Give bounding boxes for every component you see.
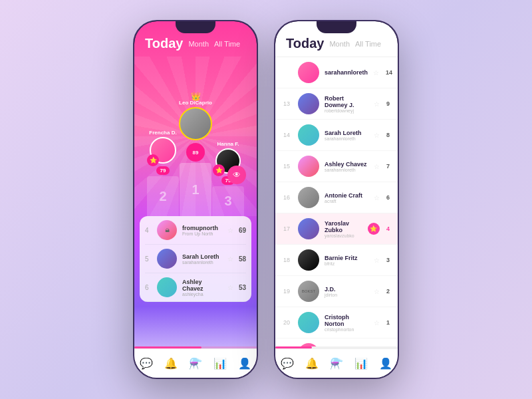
nav-user-icon-r[interactable]: 👤	[379, 357, 392, 370]
user-info: sarahannloreth	[325, 69, 368, 76]
nav-flask-icon[interactable]: ⚗️	[189, 357, 202, 370]
user-info: J.D. jdirton	[325, 286, 368, 297]
nav-bell-icon-r[interactable]: 🔔	[305, 357, 319, 370]
list-item: 19 BOKST J.D. jdirton ☆ 2	[275, 276, 398, 307]
avatar	[298, 249, 319, 271]
bottom-nav-right: 💬 🔔 ⚗️ 📊 👤	[275, 348, 398, 378]
avatar: 🏔	[157, 220, 177, 240]
user-name: Barnie Fritz	[325, 255, 368, 261]
score: 14	[386, 69, 392, 76]
notch-left	[176, 21, 215, 33]
avatar: BOKST	[298, 281, 319, 302]
list-item-highlighted: 17 Yaroslav Zubko yaroslavzubko ⭐ 4	[275, 213, 398, 245]
bottom-nav-left: 💬 🔔 ⚗️ 📊 👤	[134, 348, 257, 378]
list-item: 16 Antonie Craft acraft ☆ 6	[275, 182, 398, 213]
first-avatar	[179, 107, 212, 140]
left-tab-month[interactable]: Month	[188, 40, 209, 48]
left-title: Today	[145, 36, 183, 51]
pillar-first: 1	[180, 163, 211, 216]
user-name: Antonie Craft	[325, 192, 368, 199]
rank: 17	[283, 225, 293, 232]
user-handle: From Up North	[182, 231, 222, 236]
list-item: 13 Robert Downey J. robertdowneyj ☆ 9	[275, 88, 398, 120]
rank: 6	[145, 284, 152, 291]
score: 2	[386, 288, 390, 295]
user-handle: sarahannloreth	[325, 136, 368, 141]
list-item: 4 🏔 fromupnorth From Up North ☆ 69	[145, 216, 246, 245]
avatar	[157, 249, 177, 269]
score: 53	[239, 284, 246, 291]
star-icon: ☆	[373, 69, 379, 76]
list-item: 18 Barnie Fritz bfritz ☆ 3	[275, 245, 398, 276]
nav-user-icon[interactable]: 👤	[238, 357, 251, 370]
podium-area: Frencha D. ⭐ 79 2 👑 Leo DiCaprio	[134, 57, 257, 216]
podium-figures: Frencha D. ⭐ 79 2 👑 Leo DiCaprio	[134, 100, 257, 216]
user-info: Robert Downey J. robertdowneyj	[325, 95, 368, 113]
rank: 19	[283, 288, 293, 295]
rank: 18	[283, 257, 293, 263]
nav-chart-icon-r[interactable]: 📊	[354, 357, 368, 370]
user-info: Cristoph Norton cristophnorton	[325, 314, 368, 332]
star-icon: ☆	[227, 284, 233, 291]
list-item: 20 Cristoph Norton cristophnorton ☆ 1	[275, 307, 398, 338]
nav-chart-icon[interactable]: 📊	[213, 357, 227, 370]
star-icon: ☆	[227, 227, 233, 234]
user-handle: sarahannloreth	[325, 168, 368, 172]
list-item: 6 Ashley Chavez ashleycha ☆ 53	[145, 273, 246, 302]
user-info: Yaroslav Zubko yaroslavzubko	[325, 220, 362, 238]
right-tab-alltime[interactable]: All Time	[355, 40, 381, 48]
right-tab-month[interactable]: Month	[329, 40, 350, 48]
star-icon-highlighted: ⭐	[368, 223, 380, 235]
user-name: sarahannloreth	[325, 69, 368, 76]
user-handle: robertdowneyj	[325, 108, 368, 113]
user-name: fromupnorth	[182, 225, 222, 231]
user-handle: cristophnorton	[325, 327, 368, 332]
right-phone: Today Month All Time sarahannloreth ☆ 14…	[274, 20, 399, 379]
user-name: Ashley Chavez	[182, 279, 222, 292]
user-info: fromupnorth From Up North	[182, 225, 222, 236]
user-info: Antonie Craft acraft	[325, 192, 368, 203]
star-icon: ☆	[374, 257, 380, 264]
user-name: Cristoph Norton	[325, 314, 368, 327]
figure-first: 👑 Leo DiCaprio 89 1	[179, 100, 212, 216]
list-item: 14 Sarah Loreth sarahannloreth ☆ 8	[275, 120, 398, 151]
user-handle: ashleycha	[182, 292, 222, 297]
score: 1	[386, 319, 390, 326]
first-score: 89	[186, 143, 205, 162]
avatar	[298, 62, 319, 83]
third-star: ⭐	[213, 164, 225, 176]
third-name: Hanna F.	[217, 141, 239, 147]
second-score: 79	[156, 166, 170, 175]
rank: 5	[145, 255, 152, 263]
user-handle: yaroslavzubko	[325, 233, 362, 238]
second-name: Frencha D.	[149, 130, 176, 136]
list-item: sarahannloreth ☆ 14	[275, 57, 398, 88]
user-info: Sarah Loreth sarahannloreth	[182, 253, 222, 265]
user-info: Barnie Fritz bfritz	[325, 255, 368, 266]
user-handle: sarahannloreth	[182, 260, 222, 265]
avatar	[298, 156, 319, 177]
nav-bell-icon[interactable]: 🔔	[164, 357, 178, 370]
user-name: Sarah Loreth	[182, 253, 222, 260]
user-info: Ashley Chavez ashleycha	[182, 279, 222, 297]
pillar-third: 3	[212, 186, 244, 216]
star-icon: ☆	[374, 319, 380, 327]
left-phone: Today Month All Time Frencha D. ⭐ 79 2	[133, 20, 258, 379]
nav-chat-icon[interactable]: 💬	[140, 357, 153, 370]
left-tab-alltime[interactable]: All Time	[214, 40, 240, 48]
crown-icon: 👑	[191, 92, 201, 101]
nav-chat-icon-r[interactable]: 💬	[281, 357, 294, 370]
right-list: sarahannloreth ☆ 14 13 Robert Downey J. …	[275, 57, 398, 350]
user-handle: bfritz	[325, 261, 368, 266]
notch-right	[317, 21, 356, 33]
eye-button[interactable]: 👁	[227, 166, 246, 184]
rank: 16	[283, 194, 293, 201]
score: 58	[239, 255, 246, 263]
user-name: J.D.	[325, 286, 368, 293]
list-item: 5 Sarah Loreth sarahannloreth ☆ 58	[145, 245, 246, 273]
second-star: ⭐	[147, 154, 159, 166]
list-item: 15 Ashley Chavez sarahannloreth ☆ 7	[275, 151, 398, 182]
score: 4	[386, 225, 390, 232]
user-name: Robert Downey J.	[325, 95, 368, 108]
nav-flask-icon-r[interactable]: ⚗️	[330, 357, 343, 370]
